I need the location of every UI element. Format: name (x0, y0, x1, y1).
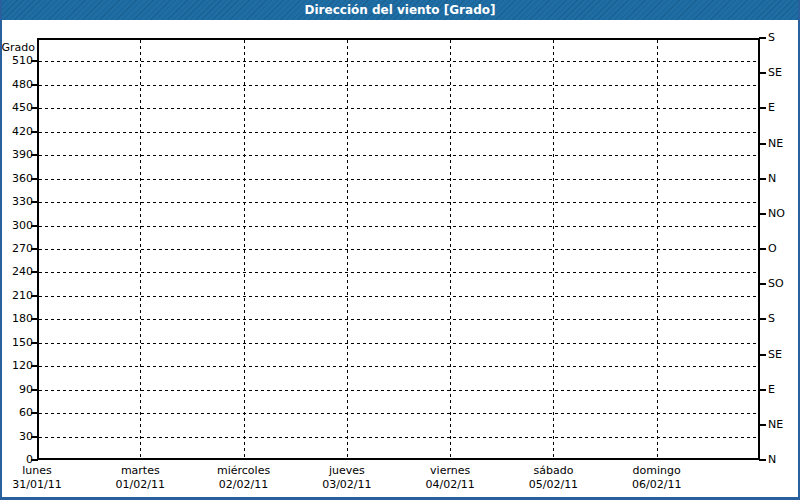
v-gridline (657, 40, 658, 458)
y-axis-left-tick (31, 436, 38, 438)
day-date: 01/02/11 (88, 478, 192, 492)
x-axis-day-label: lunes31/01/11 (0, 464, 89, 492)
y-axis-left-tick-label: 450 (0, 101, 33, 115)
y-axis-left-tick-label: 90 (0, 383, 33, 397)
y-axis-right-tick (759, 107, 766, 109)
v-gridline (553, 40, 554, 458)
y-axis-left-tick (31, 131, 38, 133)
y-axis-left-tick-label: 180 (0, 312, 33, 326)
y-axis-left-tick-label: 330 (0, 195, 33, 209)
h-gridline (39, 85, 758, 86)
day-name: jueves (295, 464, 399, 478)
x-axis-day-label: martes01/02/11 (88, 464, 192, 492)
x-axis-day-label: jueves03/02/11 (295, 464, 399, 492)
h-gridline (39, 108, 758, 109)
y-axis-left-tick (31, 248, 38, 250)
y-axis-left-tick-label: 420 (0, 125, 33, 139)
y-axis-left-tick-label: 240 (0, 265, 33, 279)
x-axis-day-label: miércoles02/02/11 (192, 464, 296, 492)
y-axis-left-tick (31, 225, 38, 227)
h-gridline (39, 132, 758, 133)
y-axis-right-tick-label: S (768, 31, 775, 45)
y-axis-right-tick-label: NO (768, 207, 785, 221)
day-date: 05/02/11 (501, 478, 605, 492)
y-axis-left-tick-label: 510 (0, 54, 33, 68)
day-date: 31/01/11 (0, 478, 89, 492)
y-axis-left-tick (31, 365, 38, 367)
y-axis-left-tick-label: 270 (0, 242, 33, 256)
y-axis-left-tick-label: 60 (0, 406, 33, 420)
y-axis-left-tick (31, 271, 38, 273)
x-axis-day-label: sábado05/02/11 (501, 464, 605, 492)
y-axis-right-tick-label: S (768, 312, 775, 326)
y-axis-left-tick-label: 480 (0, 78, 33, 92)
day-name: martes (88, 464, 192, 478)
chart-area: Grado 0306090120150180210240270300330360… (0, 0, 800, 500)
h-gridline (39, 249, 758, 250)
y-axis-right-tick (759, 178, 766, 180)
y-axis-right-tick-label: SE (768, 348, 782, 362)
y-axis-right-tick (759, 213, 766, 215)
y-axis-right-tick-label: N (768, 172, 776, 186)
y-axis-left-tick-label: 150 (0, 336, 33, 350)
y-axis-right-tick-label: NE (768, 137, 783, 151)
h-gridline (39, 296, 758, 297)
title-bar: Dirección del viento [Grado] (0, 0, 800, 20)
h-gridline (39, 319, 758, 320)
y-axis-right-tick-label: NE (768, 418, 783, 432)
y-axis-right-tick-label: O (768, 242, 777, 256)
day-date: 03/02/11 (295, 478, 399, 492)
y-axis-left-tick (31, 389, 38, 391)
day-name: domingo (605, 464, 709, 478)
y-axis-right-tick (759, 283, 766, 285)
y-axis-right-tick (759, 37, 766, 39)
y-axis-right-tick (759, 389, 766, 391)
y-axis-right-tick-label: E (768, 383, 775, 397)
day-name: lunes (0, 464, 89, 478)
day-name: sábado (501, 464, 605, 478)
day-name: miércoles (192, 464, 296, 478)
y-axis-left-tick-label: 30 (0, 430, 33, 444)
y-axis-left-tick-label: 390 (0, 148, 33, 162)
day-name: viernes (398, 464, 502, 478)
y-axis-right-tick (759, 72, 766, 74)
y-axis-right-tick-label: E (768, 101, 775, 115)
chart-window: Dirección del viento [Grado] Grado 03060… (0, 0, 800, 500)
y-axis-right-tick (759, 424, 766, 426)
y-axis-left-tick-label: 360 (0, 172, 33, 186)
y-axis-left-tick (31, 295, 38, 297)
day-date: 06/02/11 (605, 478, 709, 492)
h-gridline (39, 413, 758, 414)
y-axis-left-tick (31, 342, 38, 344)
y-axis-right-tick (759, 143, 766, 145)
x-axis-day-label: viernes04/02/11 (398, 464, 502, 492)
v-gridline (140, 40, 141, 458)
chart-title: Dirección del viento [Grado] (0, 0, 800, 20)
y-axis-left-tick (31, 459, 38, 461)
h-gridline (39, 390, 758, 391)
h-gridline (39, 366, 758, 367)
y-axis-left-tick (31, 178, 38, 180)
x-axis-day-label: domingo06/02/11 (605, 464, 709, 492)
y-axis-left-tick (31, 107, 38, 109)
y-axis-right-tick (759, 459, 766, 461)
v-gridline (347, 40, 348, 458)
y-axis-right-tick (759, 248, 766, 250)
y-axis-left-tick (31, 201, 38, 203)
y-axis-left-tick (31, 60, 38, 62)
h-gridline (39, 226, 758, 227)
y-axis-left-tick (31, 154, 38, 156)
y-axis-right-tick-label: SO (768, 277, 784, 291)
y-axis-right-tick-label: N (768, 453, 776, 467)
h-gridline (39, 155, 758, 156)
y-axis-right-tick (759, 318, 766, 320)
y-axis-right-tick-label: SE (768, 66, 782, 80)
y-axis-left-tick (31, 84, 38, 86)
h-gridline (39, 272, 758, 273)
y-axis-right-tick (759, 354, 766, 356)
y-axis-left-tick (31, 412, 38, 414)
h-gridline (39, 202, 758, 203)
h-gridline (39, 61, 758, 62)
h-gridline (39, 437, 758, 438)
y-axis-left-tick-label: 210 (0, 289, 33, 303)
